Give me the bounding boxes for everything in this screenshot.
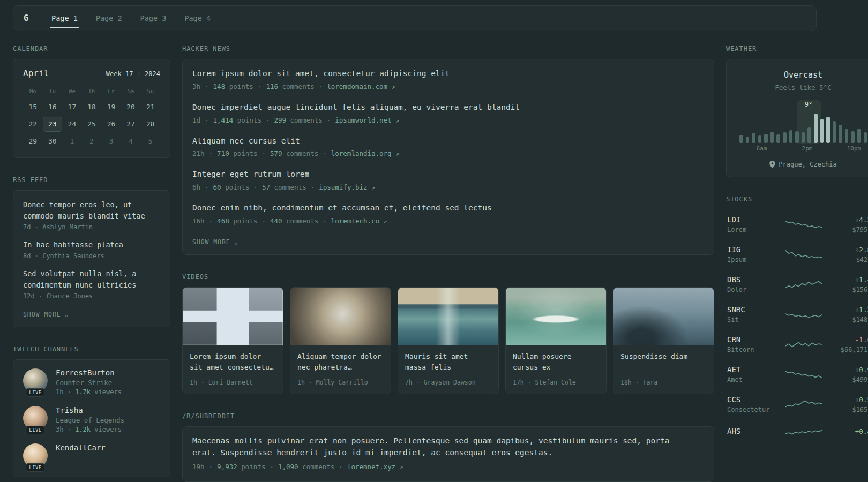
video-thumbnail[interactable] bbox=[183, 288, 283, 345]
stock-row[interactable]: DBS Dolor +1.42% $156.28 bbox=[726, 269, 868, 299]
video-card[interactable]: Lorem ipsum dolor sit amet consectetu… 1… bbox=[182, 287, 283, 394]
video-card[interactable]: Aliquam tempor dolor nec pharetra… 1h · … bbox=[290, 287, 391, 394]
calendar-day: 20 bbox=[121, 100, 141, 115]
weather-bar bbox=[795, 131, 799, 143]
video-card[interactable]: Mauris sit amet massa felis 7h · Grayson… bbox=[398, 287, 499, 394]
weather-bar bbox=[851, 131, 855, 143]
weather-bar bbox=[864, 132, 867, 143]
rss-show-more-button[interactable]: SHOW MORE⌄ bbox=[23, 311, 69, 318]
stock-symbol: CCS bbox=[727, 395, 777, 404]
stock-row[interactable]: AHS +0.46% bbox=[726, 419, 868, 445]
stock-symbol: SNRC bbox=[727, 305, 777, 314]
video-title[interactable]: Mauris sit amet massa felis bbox=[405, 351, 491, 373]
page-tab[interactable]: Page 2 bbox=[87, 6, 131, 31]
external-link-icon: ↗ bbox=[395, 117, 399, 124]
live-badge: LIVE bbox=[26, 463, 44, 472]
widget-title-subreddit: /R/SUBREDDIT bbox=[182, 412, 714, 420]
stock-name: Amet bbox=[727, 376, 777, 383]
calendar-day: 3 bbox=[101, 134, 121, 149]
rss-card: Donec tempor eros leo, ut commodo mauris… bbox=[13, 190, 170, 327]
twitch-channel[interactable]: LIVE KendallCarr bbox=[23, 443, 160, 468]
hackernews-item-link[interactable]: loremdomain.com ↗ bbox=[327, 82, 395, 91]
weather-bar bbox=[789, 130, 793, 143]
video-thumbnail[interactable] bbox=[613, 288, 714, 345]
stock-change: +1.36% bbox=[830, 306, 868, 314]
stock-change: +0.92% bbox=[830, 366, 868, 374]
app-logo[interactable]: G bbox=[13, 6, 39, 31]
rss-item-meta: 7d · Ashlyn Martin bbox=[23, 223, 160, 231]
rss-item-title[interactable]: In hac habitasse platea bbox=[23, 239, 160, 251]
hackernews-item-title[interactable]: Donec imperdiet augue tincidunt felis al… bbox=[192, 102, 704, 114]
weather-bar bbox=[807, 127, 811, 143]
hackernews-show-more-button[interactable]: SHOW MORE⌄ bbox=[192, 238, 238, 246]
external-link-icon: ↗ bbox=[400, 464, 403, 471]
rss-item-title[interactable]: Sed volutpat nulla nisl, a condimentum n… bbox=[23, 268, 160, 291]
hackernews-item-meta: 6h· 60 points· 57 comments· ipsumify.biz… bbox=[192, 183, 704, 191]
hackernews-item-title[interactable]: Integer eget rutrum lorem bbox=[192, 169, 704, 180]
stock-row[interactable]: CRN Bitcorn -1.00% $66,171.48 bbox=[726, 329, 868, 359]
calendar-day: 16 bbox=[43, 100, 63, 115]
video-card[interactable]: Nullam posuere cursus ex 17h · Stefan Co… bbox=[505, 287, 607, 394]
stock-row[interactable]: SNRC Sit +1.36% $148.64 bbox=[726, 299, 868, 329]
rss-item-title[interactable]: Donec tempor eros leo, ut commodo mauris… bbox=[23, 199, 160, 222]
subreddit-card: Maecenas mollis pulvinar erat non posuer… bbox=[182, 426, 714, 482]
stock-identity: DBS Dolor bbox=[727, 275, 777, 293]
stock-row[interactable]: IIG Ipsum +2.84% $42.04 bbox=[726, 239, 868, 269]
stock-name: Lorem bbox=[727, 226, 777, 234]
video-thumbnail[interactable] bbox=[398, 288, 498, 345]
stock-identity: AET Amet bbox=[727, 365, 777, 383]
stock-row[interactable]: AET Amet +0.92% $499.72 bbox=[726, 359, 868, 389]
calendar-day: 17 bbox=[62, 100, 82, 115]
video-card[interactable]: Suspendisse diam 18h · Tara bbox=[613, 287, 714, 394]
video-thumbnail[interactable] bbox=[290, 288, 391, 345]
stock-sparkline bbox=[777, 217, 830, 231]
page-tab[interactable]: Page 3 bbox=[131, 6, 176, 31]
weather-bar bbox=[839, 125, 842, 143]
calendar-day: 25 bbox=[82, 117, 102, 132]
stock-row[interactable]: LDI Lorem +4.35% $795.18 bbox=[726, 209, 868, 239]
live-badge: LIVE bbox=[26, 426, 44, 434]
video-title[interactable]: Aliquam tempor dolor nec pharetra… bbox=[297, 351, 384, 373]
hackernews-item-title[interactable]: Lorem ipsum dolor sit amet, consectetur … bbox=[192, 68, 704, 80]
calendar-day: 26 bbox=[101, 117, 121, 132]
page-tab[interactable]: Page 1 bbox=[42, 6, 87, 31]
weather-widget: WEATHER Overcast Feels like 5°C 9° 6am2p… bbox=[726, 45, 868, 177]
subreddit-post-link[interactable]: loremnet.xyz ↗ bbox=[347, 463, 403, 471]
hackernews-item-link[interactable]: loremlandia.org ↗ bbox=[331, 149, 399, 157]
twitch-channel-info: KendallCarr bbox=[56, 443, 106, 454]
hackernews-item: Donec enim nibh, condimentum et accumsan… bbox=[192, 202, 704, 225]
video-card-body: Mauris sit amet massa felis 7h · Grayson… bbox=[398, 345, 498, 394]
page-tab[interactable]: Page 4 bbox=[175, 6, 220, 31]
hackernews-item-link[interactable]: ipsumworld.net ↗ bbox=[335, 116, 399, 124]
subreddit-post-title[interactable]: Maecenas mollis pulvinar erat non posuer… bbox=[192, 435, 684, 459]
video-meta: 18h · Tara bbox=[620, 379, 707, 386]
hackernews-item-link[interactable]: loremtech.co ↗ bbox=[331, 217, 387, 225]
twitch-channel-name[interactable]: ForrestBurton bbox=[56, 368, 122, 377]
stock-name: Consectetur bbox=[727, 406, 777, 413]
weather-bar bbox=[814, 114, 818, 143]
rss-item[interactable]: Donec tempor eros leo, ut commodo mauris… bbox=[23, 199, 160, 231]
stock-price: $156.28 bbox=[830, 286, 868, 293]
twitch-channel-name[interactable]: Trisha bbox=[56, 406, 124, 415]
calendar-day: 29 bbox=[23, 134, 43, 149]
page-tab-label: Page 1 bbox=[51, 14, 78, 22]
hackernews-item-title[interactable]: Donec enim nibh, condimentum et accumsan… bbox=[192, 202, 704, 214]
video-title[interactable]: Suspendisse diam bbox=[620, 351, 707, 373]
stock-row[interactable]: CCS Consectetur +0.51% $165.84 bbox=[726, 389, 868, 419]
hackernews-item-title[interactable]: Aliquam nec cursus elit bbox=[192, 135, 704, 147]
stock-name: Ipsum bbox=[727, 256, 777, 263]
stock-name: Dolor bbox=[727, 286, 777, 293]
video-title[interactable]: Nullam posuere cursus ex bbox=[513, 351, 599, 373]
twitch-channel[interactable]: LIVE Trisha League of Legends 3h · 1.2k … bbox=[23, 406, 160, 433]
hackernews-item-link[interactable]: ipsumify.biz ↗ bbox=[319, 183, 375, 191]
calendar-day: 23 bbox=[43, 117, 63, 132]
calendar-day: 22 bbox=[23, 117, 43, 132]
rss-item[interactable]: In hac habitasse platea 8d · Cynthia Sau… bbox=[23, 239, 160, 260]
chevron-down-icon: ⌄ bbox=[234, 238, 238, 246]
video-title[interactable]: Lorem ipsum dolor sit amet consectetu… bbox=[190, 351, 276, 373]
twitch-channel[interactable]: LIVE ForrestBurton Counter-Strike 1h · 1… bbox=[23, 368, 160, 396]
rss-item[interactable]: Sed volutpat nulla nisl, a condimentum n… bbox=[23, 268, 160, 300]
twitch-channel-name[interactable]: KendallCarr bbox=[56, 443, 106, 452]
weekday-label: Th bbox=[82, 88, 102, 94]
video-thumbnail[interactable] bbox=[506, 288, 606, 345]
